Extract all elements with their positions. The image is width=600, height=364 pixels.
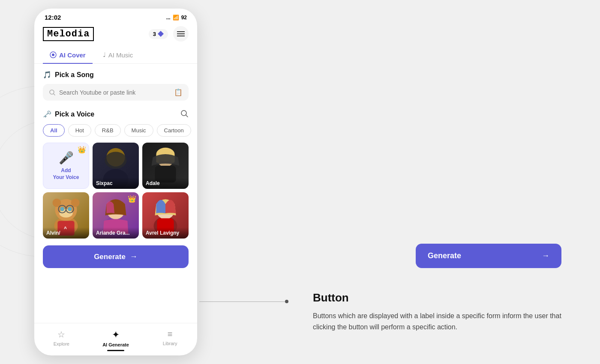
showcase-arrow-icon: → — [542, 251, 549, 260]
filter-music[interactable]: Music — [124, 124, 153, 137]
voice-grid: 👑 🎤 AddYour Voice Sixpac — [43, 143, 189, 239]
documentation: Button Buttons which are displayed with … — [313, 291, 579, 332]
add-voice-label: AddYour Voice — [53, 167, 79, 181]
svg-point-25 — [68, 207, 72, 211]
filter-cartoon[interactable]: Cartoon — [157, 124, 191, 137]
svg-point-24 — [60, 207, 64, 211]
svg-point-4 — [52, 54, 54, 56]
voice-search-button[interactable] — [180, 109, 189, 119]
generate-button[interactable]: Generate → — [43, 245, 189, 268]
alvin-name: Alvin/ — [43, 227, 89, 239]
credits-count: 3 — [153, 31, 156, 37]
app-header: Melodia 3 — [34, 24, 197, 47]
nav-library[interactable]: ≡ Library — [143, 327, 197, 354]
header-actions: 3 — [149, 26, 189, 42]
add-voice-card[interactable]: 👑 🎤 AddYour Voice — [43, 143, 89, 189]
status-icons: ... 📶 92 — [166, 15, 187, 21]
connector-line — [199, 300, 288, 303]
voice-card-adale[interactable]: Adale — [142, 143, 189, 189]
voice-filters: All Hot R&B Music Cartoon — [43, 124, 189, 137]
svg-point-11 — [105, 152, 126, 169]
pick-song-section: 🎵 Pick a Song — [43, 71, 189, 79]
svg-point-7 — [181, 110, 186, 116]
library-icon: ≡ — [168, 329, 173, 339]
app-logo: Melodia — [43, 27, 94, 41]
song-search-bar[interactable]: 📋 — [43, 84, 189, 101]
voice-card-avrel[interactable]: Avrel Lavigny — [142, 192, 189, 239]
active-indicator — [107, 350, 124, 351]
microphone-key-icon: 🗝️ — [43, 110, 51, 118]
filter-rnb[interactable]: R&B — [95, 124, 121, 137]
status-bar: 12:02 ... 📶 92 — [34, 9, 197, 24]
voice-card-sixpac[interactable]: Sixpac — [93, 143, 139, 189]
battery-icon: 92 — [181, 15, 187, 21]
doc-title: Button — [313, 291, 579, 304]
ariande-name: Ariande Gra... — [93, 227, 139, 239]
status-time: 12:02 — [45, 14, 61, 21]
svg-line-6 — [54, 94, 55, 95]
signal-icon: ... — [166, 15, 171, 21]
search-input[interactable] — [59, 89, 171, 96]
nav-ai-generate[interactable]: ✦ AI Generate — [89, 327, 143, 354]
ai-generate-icon: ✦ — [112, 329, 120, 340]
credits-badge[interactable]: 3 — [149, 29, 168, 39]
tab-ai-cover[interactable]: AI Cover — [43, 47, 93, 64]
svg-line-8 — [186, 115, 188, 117]
diamond-icon — [158, 31, 164, 37]
filter-hot[interactable]: Hot — [68, 124, 91, 137]
sixpac-name: Sixpac — [93, 178, 139, 189]
music-icon: ♩ — [103, 51, 106, 59]
bottom-navigation: ☆ Explore ✦ AI Generate ≡ Library — [34, 323, 197, 355]
adale-name: Adale — [142, 178, 189, 189]
music-note-icon: 🎵 — [43, 71, 51, 79]
crown-badge-ariande: 👑 — [128, 195, 136, 203]
menu-button[interactable] — [173, 26, 189, 42]
arrow-icon: → — [130, 252, 138, 261]
mic-icon: 🎤 — [59, 151, 74, 165]
nav-explore[interactable]: ☆ Explore — [34, 327, 89, 354]
doc-description: Buttons which are displayed with a label… — [313, 310, 579, 332]
button-showcase: Generate → — [399, 233, 579, 278]
tab-bar: AI Cover ♩ AI Music — [34, 47, 197, 64]
pick-voice-section: 🗝️ Pick a Voice — [43, 110, 94, 118]
crown-badge-add: 👑 — [78, 146, 86, 154]
search-icon — [49, 89, 56, 96]
explore-icon: ☆ — [57, 329, 65, 340]
avrel-name: Avrel Lavigny — [142, 227, 189, 239]
showcase-generate-button[interactable]: Generate → — [416, 244, 561, 268]
phone-frame: 12:02 ... 📶 92 Melodia 3 — [34, 9, 197, 355]
wifi-icon: 📶 — [173, 15, 179, 21]
filter-all[interactable]: All — [43, 124, 65, 137]
voice-card-ariande[interactable]: 👑 Ariande Gra... — [93, 192, 139, 239]
main-content: 🎵 Pick a Song 📋 🗝️ Pick a Voice — [34, 64, 197, 323]
tab-ai-music[interactable]: ♩ AI Music — [96, 47, 140, 64]
voice-card-alvin[interactable]: A Alvin/ — [43, 192, 89, 239]
clipboard-icon[interactable]: 📋 — [174, 88, 183, 96]
